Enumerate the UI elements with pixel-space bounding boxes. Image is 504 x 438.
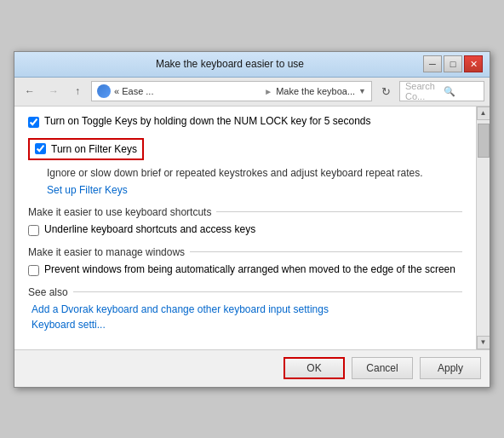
scroll-track[interactable] [477, 120, 490, 336]
maximize-button[interactable]: □ [444, 55, 462, 72]
title-bar-controls: ─ □ ✕ [423, 55, 483, 72]
toggle-keys-label: Turn on Toggle Keys by holding down the … [44, 115, 371, 127]
keyboard-shortcuts-section: Make it easier to use keyboard shortcuts… [28, 206, 462, 236]
filter-keys-label: Turn on Filter Keys [51, 143, 137, 155]
address-dropdown-arrow[interactable]: ▼ [358, 87, 366, 95]
toggle-keys-checkbox[interactable] [28, 117, 39, 128]
manage-windows-section: Make it easier to manage windows Prevent… [28, 246, 462, 276]
scroll-thumb[interactable] [478, 124, 490, 158]
filter-keys-checkbox[interactable] [35, 143, 46, 154]
dvorak-link[interactable]: Add a Dvorak keyboard and change other k… [32, 303, 462, 315]
search-placeholder-text: Search Co... [405, 81, 440, 101]
navigation-bar: ← → ↑ « Ease ... ► Make the keyboa... ▼ … [14, 78, 490, 107]
filter-keys-highlighted-row: Turn on Filter Keys [28, 138, 144, 160]
scroll-up-arrow[interactable]: ▲ [477, 107, 490, 120]
prevent-arrange-label: Prevent windows from being automatically… [44, 263, 455, 275]
scroll-down-arrow[interactable]: ▼ [477, 336, 490, 349]
up-button[interactable]: ↑ [67, 81, 88, 101]
scrollable-content: Turn on Toggle Keys by holding down the … [14, 107, 476, 349]
toggle-keys-row: Turn on Toggle Keys by holding down the … [28, 115, 462, 128]
window-icon [23, 57, 37, 71]
scrollbar: ▲ ▼ [476, 107, 490, 349]
forward-button[interactable]: → [43, 81, 64, 101]
address-main: Make the keyboa... [276, 86, 355, 96]
see-also-section: See also Add a Dvorak keyboard and chang… [28, 286, 462, 331]
apply-button[interactable]: Apply [420, 357, 481, 379]
filter-keys-section: Turn on Filter Keys Ignore or slow down … [28, 138, 462, 196]
address-bar[interactable]: « Ease ... ► Make the keyboa... ▼ [91, 81, 372, 101]
search-icon: 🔍 [444, 86, 478, 97]
filter-keys-description-block: Ignore or slow down brief or repeated ke… [47, 165, 462, 196]
cancel-button[interactable]: Cancel [352, 357, 413, 379]
back-button[interactable]: ← [20, 81, 40, 101]
close-button[interactable]: ✕ [464, 55, 483, 72]
underline-label: Underline keyboard shortcuts and access … [44, 223, 255, 235]
filter-keys-description: Ignore or slow down brief or repeated ke… [47, 165, 462, 181]
main-window: Make the keyboard easier to use ─ □ ✕ ← … [14, 51, 490, 388]
underline-row: Underline keyboard shortcuts and access … [28, 223, 462, 236]
address-icon [97, 84, 111, 98]
search-box[interactable]: Search Co... 🔍 [399, 81, 484, 101]
address-prefix: « Ease ... [114, 86, 261, 96]
content-area: Turn on Toggle Keys by holding down the … [14, 107, 490, 349]
minimize-button[interactable]: ─ [423, 55, 442, 72]
prevent-arrange-row: Prevent windows from being automatically… [28, 263, 462, 276]
bottom-bar: OK Cancel Apply [14, 349, 490, 387]
see-also-links: Add a Dvorak keyboard and change other k… [32, 303, 462, 331]
address-separator: ► [264, 87, 272, 96]
window-title: Make the keyboard easier to use [37, 58, 423, 70]
keyboard-settings-link[interactable]: Keyboard setti... [32, 319, 462, 331]
see-also-header: See also [28, 286, 462, 298]
underline-checkbox[interactable] [28, 225, 39, 236]
title-bar: Make the keyboard easier to use ─ □ ✕ [14, 52, 490, 78]
refresh-button[interactable]: ↻ [375, 81, 396, 101]
keyboard-shortcuts-header: Make it easier to use keyboard shortcuts [28, 206, 462, 218]
manage-windows-header: Make it easier to manage windows [28, 246, 462, 258]
toggle-keys-section: Turn on Toggle Keys by holding down the … [28, 115, 462, 128]
ok-button[interactable]: OK [284, 357, 345, 379]
prevent-arrange-checkbox[interactable] [28, 265, 39, 276]
setup-filter-keys-link[interactable]: Set up Filter Keys [47, 184, 128, 196]
